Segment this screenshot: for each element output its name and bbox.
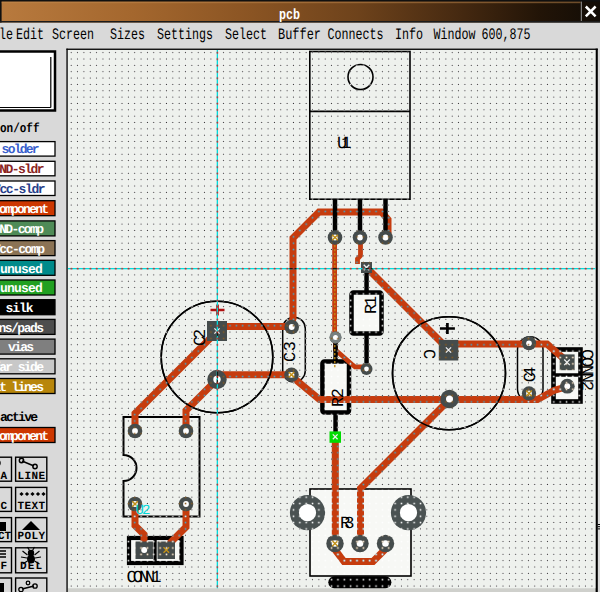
svg-text:ARC: ARC (0, 501, 7, 513)
svg-text:U1: U1 (337, 135, 352, 154)
svg-text:POLY: POLY (18, 531, 46, 543)
svg-text:far side: far side (0, 360, 44, 375)
svg-text:RECT: RECT (0, 531, 11, 543)
svg-text:C: C (418, 349, 437, 359)
svg-text:600,875: 600,875 (482, 26, 531, 44)
svg-text:CONN1: CONN1 (127, 569, 162, 588)
svg-text:unused: unused (0, 262, 43, 277)
svg-text:Buffer: Buffer (278, 26, 321, 44)
svg-text:R2: R2 (330, 388, 349, 407)
svg-text:C3: C3 (282, 341, 301, 362)
svg-text:Screen: Screen (52, 26, 94, 44)
svg-text:C4: C4 (523, 367, 542, 383)
svg-text:solder: solder (2, 142, 40, 157)
svg-text:CONN2: CONN2 (576, 349, 595, 391)
svg-text:R3: R3 (340, 515, 355, 534)
svg-text:unused: unused (0, 281, 43, 296)
svg-text:component: component (0, 202, 49, 217)
svg-text:pcb: pcb (279, 7, 300, 24)
svg-text:Select: Select (225, 26, 267, 44)
svg-text:rat lines: rat lines (0, 380, 44, 395)
svg-text:VIA: VIA (0, 471, 7, 483)
svg-text:Connects: Connects (328, 26, 384, 44)
svg-text:LINE: LINE (18, 471, 46, 483)
svg-text:vias: vias (8, 340, 34, 355)
svg-text:GND-comp: GND-comp (0, 222, 44, 237)
svg-text:C2: C2 (192, 329, 211, 346)
svg-text:DEL: DEL (20, 561, 42, 573)
svg-text:Info: Info (395, 26, 423, 44)
svg-text:GND-sldr: GND-sldr (0, 162, 45, 177)
svg-text:Window: Window (434, 26, 476, 44)
svg-text:R1: R1 (363, 296, 382, 314)
svg-text:Edit: Edit (16, 26, 44, 44)
svg-text:on/off: on/off (0, 121, 40, 136)
svg-text:TEXT: TEXT (18, 501, 46, 513)
svg-text:Settings: Settings (157, 26, 213, 44)
svg-text:active: active (0, 410, 38, 425)
svg-text:Sizes: Sizes (110, 26, 145, 44)
svg-text:pins/pads: pins/pads (0, 321, 44, 336)
svg-text:Vcc-sldr: Vcc-sldr (0, 182, 46, 197)
svg-text:U2: U2 (136, 503, 151, 519)
svg-text:Vcc-comp: Vcc-comp (0, 242, 45, 257)
svg-text:component: component (0, 429, 49, 444)
svg-text:File: File (0, 26, 13, 44)
svg-text:BUF: BUF (0, 561, 7, 573)
svg-text:silk: silk (6, 301, 34, 316)
